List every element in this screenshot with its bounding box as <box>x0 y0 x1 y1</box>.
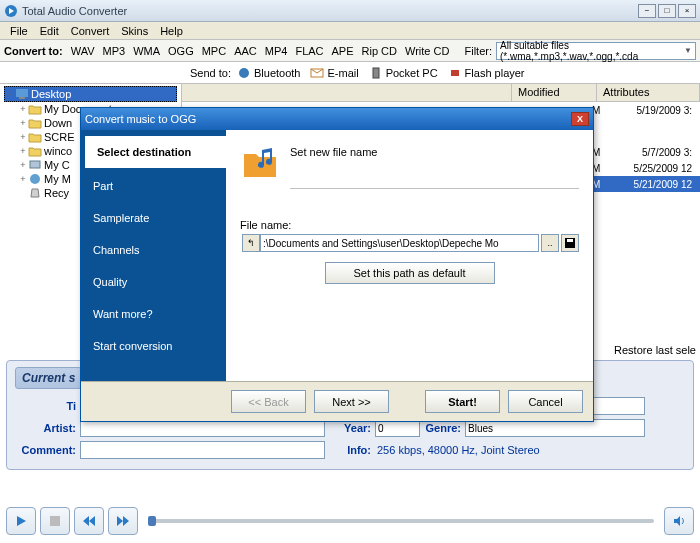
svg-point-1 <box>239 68 249 78</box>
step-quality[interactable]: Quality <box>81 266 226 298</box>
browse-button[interactable]: .. <box>541 234 559 252</box>
play-button[interactable] <box>6 507 36 535</box>
prev-button[interactable] <box>74 507 104 535</box>
save-icon <box>564 237 576 249</box>
close-button[interactable]: × <box>678 4 696 18</box>
tree-desktop[interactable]: − Desktop <box>4 86 177 102</box>
play-icon <box>14 514 28 528</box>
list-header: Modified Attributes <box>182 84 700 102</box>
format-ape[interactable]: APE <box>328 43 358 59</box>
stop-button[interactable] <box>40 507 70 535</box>
col-spacer[interactable] <box>182 84 512 101</box>
next-button[interactable] <box>108 507 138 535</box>
format-mpc[interactable]: MPC <box>198 43 230 59</box>
year-label: Year: <box>325 422 375 434</box>
step-destination[interactable]: Select destination <box>85 136 226 168</box>
restore-selection[interactable]: Restore last sele <box>614 344 696 356</box>
format-aac[interactable]: AAC <box>230 43 261 59</box>
convert-label: Convert to: <box>4 45 63 57</box>
network-icon <box>28 173 42 185</box>
send-flashplayer[interactable]: Flash player <box>448 67 525 79</box>
minimize-button[interactable]: − <box>638 4 656 18</box>
menu-skins[interactable]: Skins <box>115 23 154 39</box>
flash-icon <box>448 67 462 79</box>
format-flac[interactable]: FLAC <box>291 43 327 59</box>
convert-toolbar: Convert to: WAV MP3 WMA OGG MPC AAC MP4 … <box>0 40 700 62</box>
svg-point-8 <box>30 174 40 184</box>
dialog-footer: << Back Next >> Start! Cancel <box>81 381 593 421</box>
seek-slider[interactable] <box>148 519 654 523</box>
comment-field[interactable] <box>80 441 325 459</box>
dialog-main: Set new file name File name: ↰ .. Set th… <box>226 130 593 381</box>
playback-bar <box>6 503 694 539</box>
filter-label: Filter: <box>465 45 493 57</box>
folder-icon <box>28 131 42 143</box>
dialog-titlebar[interactable]: Convert music to OGG X <box>81 108 593 130</box>
step-samplerate[interactable]: Samplerate <box>81 202 226 234</box>
svg-rect-6 <box>19 97 25 99</box>
format-ripcd[interactable]: Rip CD <box>358 43 401 59</box>
filename-input[interactable] <box>260 234 539 252</box>
filename-label: File name: <box>240 219 579 231</box>
format-writecd[interactable]: Write CD <box>401 43 453 59</box>
start-button[interactable]: Start! <box>425 390 500 413</box>
path-back-button[interactable]: ↰ <box>242 234 260 252</box>
col-attributes[interactable]: Attributes <box>597 84 700 101</box>
format-mp3[interactable]: MP3 <box>99 43 130 59</box>
format-ogg[interactable]: OGG <box>164 43 198 59</box>
artist-label: Artist: <box>15 422 80 434</box>
maximize-button[interactable]: □ <box>658 4 676 18</box>
svg-rect-4 <box>451 70 459 76</box>
format-wma[interactable]: WMA <box>129 43 164 59</box>
dialog-heading: Set new file name <box>290 142 377 158</box>
svg-rect-5 <box>16 89 28 97</box>
recycle-icon <box>28 187 42 199</box>
filter-combo[interactable]: All suitable files (*.wma,*.mp3,*.wav,*.… <box>496 42 696 60</box>
step-start[interactable]: Start conversion <box>81 330 226 362</box>
next-button[interactable]: Next >> <box>314 390 389 413</box>
svg-rect-7 <box>30 161 40 168</box>
col-modified[interactable]: Modified <box>512 84 597 101</box>
back-button: << Back <box>231 390 306 413</box>
send-bluetooth[interactable]: Bluetooth <box>237 67 300 79</box>
volume-button[interactable] <box>664 507 694 535</box>
pocketpc-icon <box>369 67 383 79</box>
window-title: Total Audio Converter <box>22 5 638 17</box>
menu-file[interactable]: File <box>4 23 34 39</box>
folder-icon <box>28 117 42 129</box>
send-pocketpc[interactable]: Pocket PC <box>369 67 438 79</box>
bluetooth-icon <box>237 67 251 79</box>
step-wantmore[interactable]: Want more? <box>81 298 226 330</box>
genre-label: Genre: <box>420 422 465 434</box>
desktop-icon <box>15 88 29 100</box>
save-button[interactable] <box>561 234 579 252</box>
step-channels[interactable]: Channels <box>81 234 226 266</box>
window-titlebar: Total Audio Converter − □ × <box>0 0 700 22</box>
folder-icon <box>28 103 42 115</box>
comment-label: Comment: <box>15 444 80 456</box>
filter-value: All suitable files (*.wma,*.mp3,*.wav,*.… <box>500 40 684 62</box>
stop-icon <box>49 515 61 527</box>
menubar: File Edit Convert Skins Help <box>0 22 700 40</box>
send-label: Send to: <box>190 67 231 79</box>
next-icon <box>116 515 130 527</box>
dialog-close-button[interactable]: X <box>571 112 589 126</box>
send-email[interactable]: E-mail <box>310 67 358 79</box>
chevron-down-icon: ▼ <box>684 46 692 55</box>
format-mp4[interactable]: MP4 <box>261 43 292 59</box>
send-toolbar: Send to: Bluetooth E-mail Pocket PC Flas… <box>0 62 700 84</box>
menu-help[interactable]: Help <box>154 23 189 39</box>
info-label: Info: <box>325 444 375 456</box>
format-wav[interactable]: WAV <box>67 43 99 59</box>
menu-convert[interactable]: Convert <box>65 23 116 39</box>
set-default-path-button[interactable]: Set this path as default <box>325 262 495 284</box>
cancel-button[interactable]: Cancel <box>508 390 583 413</box>
step-part[interactable]: Part <box>81 170 226 202</box>
music-folder-icon <box>240 142 280 182</box>
menu-edit[interactable]: Edit <box>34 23 65 39</box>
separator <box>290 188 579 189</box>
expand-icon[interactable]: − <box>5 89 15 99</box>
svg-rect-3 <box>373 68 379 78</box>
convert-dialog: Convert music to OGG X Select destinatio… <box>80 107 594 422</box>
svg-rect-9 <box>50 516 60 526</box>
